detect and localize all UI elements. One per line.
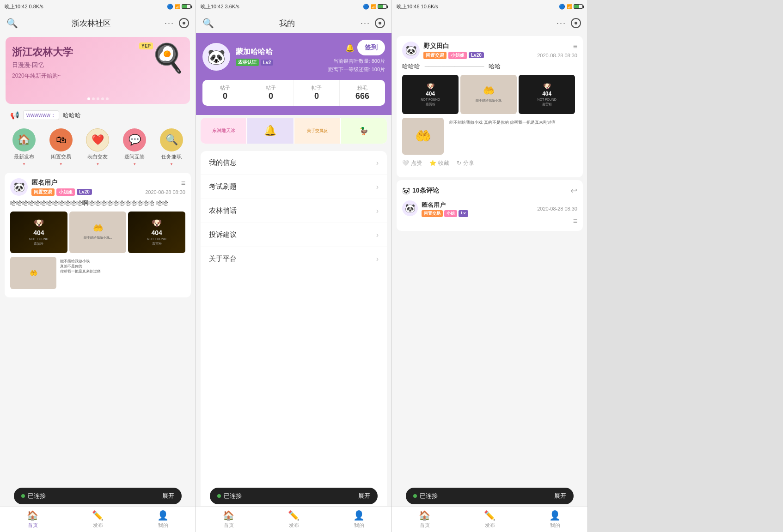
comment-tags: 闲置交易 小姐 Lv — [422, 210, 468, 217]
target-icon-2[interactable] — [375, 18, 385, 28]
tag-trade: 闲置交易 — [31, 188, 55, 196]
more-dots-3[interactable]: ··· — [557, 18, 566, 28]
banner[interactable]: 浙江农林大学 日漫漫·回忆 2020年纯新开始购~ YEP 🍳 — [6, 37, 190, 104]
battery-icon-3 — [574, 4, 583, 9]
post-image-404-1[interactable]: 🐶 404 NOT FOUND 嘉贸粉 — [10, 212, 67, 253]
stat-value-2: 0 — [269, 91, 273, 101]
nav-profile-2[interactable]: 👤 我的 — [326, 510, 392, 529]
connected-bar-3: 已连接 展开 — [406, 488, 574, 504]
post-image-hands-sub[interactable]: 🤲 — [10, 257, 56, 289]
comment-tag-girl: 小姐 — [444, 210, 457, 217]
profile-header: 🐼 蒙加哈哈哈 农林认证 Lv2 🔔 签到 当前银杏叶数量: 800片 距离下一… — [196, 33, 392, 115]
quick-item-qa[interactable]: 💬 疑问互答 ▼ — [123, 128, 146, 166]
post-menu-icon-3[interactable]: ≡ — [573, 42, 577, 51]
menu-row-exam[interactable]: 考试刷题 › — [201, 175, 387, 199]
expand-btn-2[interactable]: 展开 — [358, 492, 370, 500]
post-image-hands-1[interactable]: 🤲 能不能给我做小戏... — [69, 212, 127, 253]
expand-btn-1[interactable]: 展开 — [162, 492, 174, 500]
post-menu-icon-1[interactable]: ≡ — [181, 179, 185, 187]
tag-trade-3: 闲置交易 — [423, 52, 447, 59]
like-icon: 🤍 — [402, 160, 409, 166]
nav-post-3[interactable]: ✏️ 发布 — [457, 510, 522, 529]
profile-icon-3: 👤 — [549, 510, 561, 521]
tag-girl-3: 小姐姐 — [448, 52, 467, 59]
hand-description: 能不能给我做小戏真的不是你的你帮我一把是真来割过痛 — [58, 257, 103, 289]
status-right-2: 🔵 📶 — [363, 4, 387, 10]
featured-item-1[interactable]: 东淋雕天冰 — [201, 118, 246, 144]
target-icon-3[interactable] — [571, 18, 581, 28]
tag-level: Lv20 — [77, 189, 92, 195]
tag-level-profile: Lv2 — [261, 60, 273, 66]
connected-dot-3 — [413, 494, 417, 498]
detail-img-404-2[interactable]: 🐶 404 NOT FOUND 嘉贸粉 — [519, 75, 575, 114]
banner-dot-2[interactable] — [92, 97, 95, 100]
nav-profile-1[interactable]: 👤 我的 — [130, 510, 196, 529]
expand-btn-3[interactable]: 展开 — [554, 492, 566, 500]
quick-item-home[interactable]: 🏠 最新发布 ▼ — [12, 128, 36, 166]
nav-home-3[interactable]: 🏠 首页 — [392, 510, 457, 529]
nav-icons: ··· — [165, 18, 189, 28]
detail-img-hands-1[interactable]: 🤲 能不能给我做小戏 — [460, 75, 517, 114]
quick-item-trade[interactable]: 🛍 闲置交易 ▼ — [49, 128, 73, 166]
profile-name-area: 蒙加哈哈哈 农林认证 Lv2 — [236, 47, 273, 66]
quick-item-job[interactable]: 🔍 任务兼职 ▼ — [160, 128, 183, 166]
search-icon-2[interactable]: 🔍 — [202, 18, 214, 29]
bluetooth-icon-3: 🔵 — [559, 4, 565, 10]
top-nav-1: 🔍 浙农林社区 ··· — [0, 13, 196, 33]
banner-subtitle: 日漫漫·回忆 — [12, 61, 73, 69]
signal-icon-3: 📶 — [567, 4, 572, 9]
nav-post-1[interactable]: ✏️ 发布 — [65, 510, 130, 529]
stat-value-fans: 666 — [355, 91, 369, 101]
action-collect[interactable]: ⭐ 收藏 — [429, 159, 449, 167]
dog-emoji-2: 🐶 — [152, 218, 162, 228]
action-like[interactable]: 🤍 点赞 — [402, 159, 422, 167]
comment-content-1: 匿名用户 闲置交易 小姐 Lv 2020-08-28 08:30 ≡ — [422, 200, 577, 225]
status-left-2: 晚上10:42 3.6K/s — [201, 3, 239, 10]
detail-img-404-1[interactable]: 🐶 404 NOT FOUND 嘉贸粉 — [402, 75, 459, 114]
post-user-3: 🐼 野义田白 闲置交易 小姐姐 Lv20 — [402, 42, 484, 59]
post-image-404-2[interactable]: 🐶 404 NOT FOUND 嘉贸粉 — [128, 212, 185, 253]
more-dots[interactable]: ··· — [165, 18, 174, 28]
avatar-1: 🐼 — [10, 178, 28, 196]
quick-arrow-4: ▼ — [133, 162, 136, 166]
nav-home-2[interactable]: 🏠 首页 — [196, 510, 261, 529]
top-nav-3: ··· — [392, 13, 587, 33]
featured-item-4[interactable]: 🦆 — [341, 118, 387, 144]
stat-posts-1: 帖子 0 — [202, 80, 248, 106]
nav-post-2[interactable]: ✏️ 发布 — [261, 510, 326, 529]
featured-item-2[interactable]: 🔔 — [247, 118, 293, 144]
hands-large[interactable]: 🤲 — [402, 118, 444, 155]
stat-label-2: 帖子 — [266, 85, 276, 91]
quick-item-confession[interactable]: ❤️ 表白交友 ▼ — [86, 128, 109, 166]
more-dots-2[interactable]: ··· — [361, 18, 370, 28]
connected-text-3: 已连接 — [413, 492, 438, 500]
featured-item-3[interactable]: 美手交属反 — [294, 118, 340, 144]
action-share[interactable]: ↻ 分享 — [457, 159, 474, 167]
comments-header: 🐼 10条评论 ↩ — [402, 186, 577, 196]
menu-row-about[interactable]: 关于平台 › — [201, 247, 387, 271]
featured-text-3: 美手交属反 — [307, 128, 328, 134]
tag-certified: 农林认证 — [236, 59, 259, 66]
banner-dot-5[interactable] — [106, 97, 109, 100]
menu-row-chat[interactable]: 农林悄话 › — [201, 199, 387, 223]
target-icon[interactable] — [179, 18, 189, 28]
bluetooth-icon-2: 🔵 — [363, 4, 369, 10]
remaining-space — [588, 0, 783, 532]
search-icon[interactable]: 🔍 — [6, 18, 18, 29]
status-time: 晚上10:42 — [5, 3, 28, 10]
menu-row-feedback[interactable]: 投诉建议 › — [201, 223, 387, 247]
menu-label-chat: 农林悄话 — [209, 206, 237, 215]
checkin-info-line2: 距离下一等级还需: 100片 — [328, 66, 385, 74]
banner-dot-4[interactable] — [101, 97, 104, 100]
nav-profile-3[interactable]: 👤 我的 — [522, 510, 587, 529]
nav-home-1[interactable]: 🏠 首页 — [0, 510, 65, 529]
collect-label: 收藏 — [438, 159, 449, 167]
comment-menu[interactable]: ≡ — [573, 217, 577, 225]
banner-dot-1[interactable] — [87, 97, 90, 100]
share-label: 分享 — [463, 159, 474, 167]
menu-row-info[interactable]: 我的信息 › — [201, 151, 387, 175]
connected-label-1: 已连接 — [28, 492, 46, 500]
comments-icon: 🐼 — [402, 187, 410, 194]
checkin-button[interactable]: 签到 — [357, 40, 385, 55]
banner-dot-3[interactable] — [97, 97, 99, 100]
